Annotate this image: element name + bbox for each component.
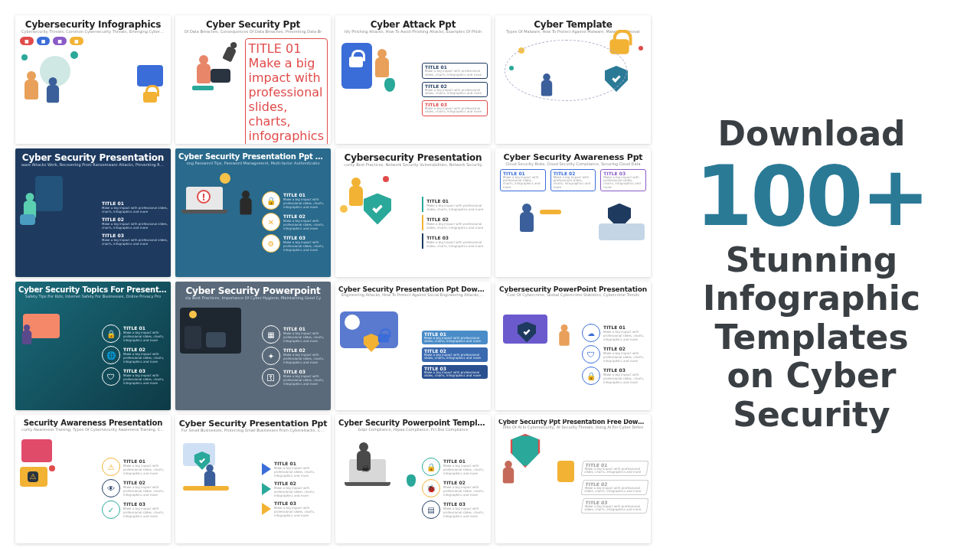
template-tile[interactable]: Cyber Security Presentation ware Attacks… <box>15 148 171 277</box>
globe-icon: 🌐 <box>102 346 120 364</box>
bug-icon: 🐞 <box>422 479 440 497</box>
tile-title: Cybersecurity PowerPoint Presentation <box>498 286 648 293</box>
template-tile[interactable]: Cybersecurity PowerPoint Presentation Co… <box>495 282 651 410</box>
shield-icon: 🛡 <box>582 345 600 364</box>
template-tile[interactable]: Security Awareness Presentation curity A… <box>15 415 171 543</box>
template-tile[interactable]: Cybersecurity Presentation curity Best P… <box>335 148 491 277</box>
key-icon: ⚿ <box>262 368 280 386</box>
tile-subtitle: sty Best Practices, Importance Of Cyber … <box>178 296 328 301</box>
template-tile[interactable]: Cyber Security Presentation Ppt Download… <box>335 282 491 410</box>
check-icon: ✓ <box>102 500 120 519</box>
tile-subtitle: Safety Tips For Kids, Internet Safety Fo… <box>18 295 168 299</box>
firewall-icon: ▤ <box>422 500 440 519</box>
template-tile[interactable]: Cyber Template Types Of Malware, How To … <box>495 15 651 144</box>
tile-subtitle: curity Best Practices, Network Security … <box>338 163 488 168</box>
tile-title: Cyber Template <box>498 20 648 30</box>
template-tile[interactable]: Cyber Security Powerpoint sty Best Pract… <box>175 282 331 410</box>
template-tile[interactable]: Cyber Security Presentation Ppt For Smal… <box>175 415 331 543</box>
template-tile[interactable]: Cyber Security Ppt Presentation Free Dow… <box>495 415 651 543</box>
alert-icon: ⚠ <box>102 458 120 476</box>
lock-icon: 🔒 <box>582 367 600 385</box>
tile-subtitle: Gdpr Compliance, Hipaa Compliance, Pci D… <box>338 428 488 432</box>
tile-subtitle: Cybersecurity Threats, Common Cybersecur… <box>18 30 168 34</box>
tile-title: Cyber Security Presentation Ppt 2023 <box>178 153 328 161</box>
tile-subtitle: Engineering Attacks, How To Protect Agai… <box>338 293 488 298</box>
shield-icon: 🛡 <box>102 367 120 386</box>
tile-title: Security Awareness Presentation <box>18 419 168 428</box>
tile-subtitle: ong Password Tips, Password Management, … <box>178 161 328 166</box>
promo-panel: Download 100+ Stunning Infographic Templ… <box>658 0 980 551</box>
tile-title: Cyber Security Presentation Ppt Download <box>338 286 488 293</box>
tile-title: Cyber Security Awareness Ppt <box>498 153 648 162</box>
lock-icon: 🔒 <box>102 324 120 343</box>
lock-icon: 🔒 <box>262 191 280 210</box>
tile-subtitle: ware Attacks Work, Recovering From Ranso… <box>18 163 168 168</box>
template-tile[interactable]: Cyber Security Presentation Ppt 2023 ong… <box>175 148 331 277</box>
tile-title: Cyber Security Ppt <box>178 20 328 30</box>
tile-subtitle: Cost Of Cybercrime, Global Cybercrime St… <box>498 293 648 298</box>
tile-title: Cyber Security Ppt Presentation Free Dow… <box>498 419 648 425</box>
tile-title: Cyber Security Topics For Presentation <box>18 286 168 295</box>
lock-icon: 🔒 <box>422 458 440 476</box>
tile-subtitle: curity Awareness Training, Types Of Cybe… <box>18 428 168 432</box>
tile-title: Cyber Security Presentation <box>18 153 168 163</box>
bug-icon: ✦ <box>262 347 280 365</box>
tile-subtitle: Cloud Security Risks, Cloud Security Com… <box>498 162 648 167</box>
tile-title: Cyber Security Powerpoint Templates <box>338 419 488 428</box>
template-tile[interactable]: Cyber Security Powerpoint Templates Gdpr… <box>335 415 491 543</box>
template-tile[interactable]: Cybersecurity Infographics Cybersecurity… <box>15 15 171 144</box>
template-tile[interactable]: Cyber Attack Ppt tify Phishing Attacks, … <box>335 15 491 144</box>
tile-title: Cyber Attack Ppt <box>338 20 488 30</box>
tile-subtitle: efits Of AI In Cybersecurity, AI Securit… <box>498 425 648 430</box>
tile-subtitle: For Small Businesses, Protecting Small B… <box>178 429 328 433</box>
shield-icon: ✕ <box>262 213 280 231</box>
template-tile[interactable]: Cyber Security Topics For Presentation S… <box>15 282 171 410</box>
tile-subtitle: Of Data Breaches, Consequences Of Data B… <box>178 30 328 34</box>
monitor-icon: ▦ <box>262 325 280 344</box>
tile-subtitle: tify Phishing Attacks, How To Avoid Phis… <box>338 30 488 34</box>
eye-icon: 👁 <box>102 479 120 497</box>
promo-count: 100+ <box>695 155 928 238</box>
promo-line-3: Stunning Infographic Templates on Cyber … <box>689 241 934 435</box>
template-tile[interactable]: Cyber Security Ppt Of Data Breaches, Con… <box>175 15 331 144</box>
template-grid: Cybersecurity Infographics Cybersecurity… <box>0 0 658 551</box>
cloud-icon: ☁ <box>582 324 600 342</box>
tile-title: Cyber Security Presentation Ppt <box>178 419 328 429</box>
template-tile[interactable]: Cyber Security Awareness Ppt Cloud Secur… <box>495 148 651 277</box>
tile-title: Cyber Security Powerpoint <box>178 286 328 296</box>
promo-line-1: Download <box>717 117 905 151</box>
key-icon: ⚙ <box>262 234 280 253</box>
tile-title: Cybersecurity Infographics <box>18 20 168 30</box>
tile-title: Cybersecurity Presentation <box>338 153 488 163</box>
